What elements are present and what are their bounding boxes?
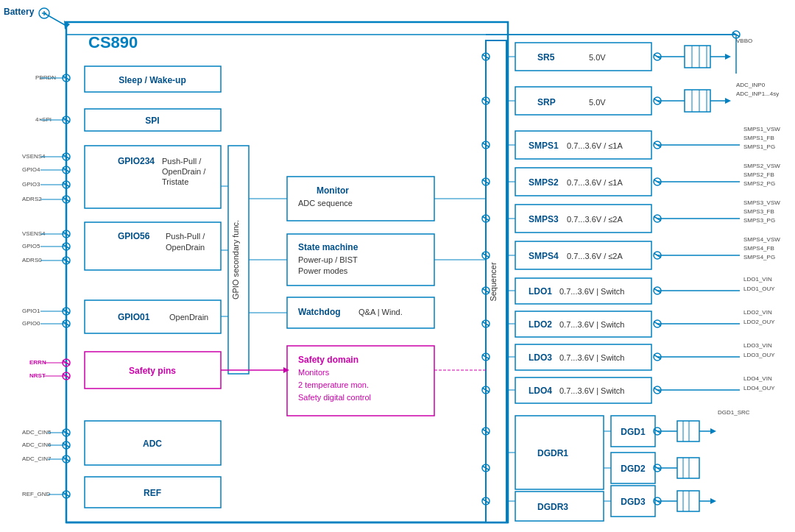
svg-rect-86 [515, 87, 651, 115]
svg-rect-150 [677, 491, 699, 511]
svg-marker-154 [710, 498, 716, 504]
gpio234-func3: Tristate [162, 177, 188, 186]
ldo1-label: LDO1 [529, 286, 552, 297]
srp-out-label: ADC_INP0 [736, 82, 766, 88]
spi-label: SPI [145, 116, 159, 126]
smps2-voltage: 0.7...3.6V / ≤1A [567, 178, 623, 187]
safety-desc3: Safety digital control [298, 393, 371, 402]
gpio56-pin2: GPIO5 [22, 243, 40, 249]
gpio56-func2: OpenDrain [166, 243, 205, 252]
smps3-label: SMPS3 [529, 214, 559, 224]
svg-marker-95 [725, 98, 731, 104]
gpio234-func1: Push-Pull / [162, 157, 202, 166]
monitor-title: Monitor [317, 185, 349, 196]
ldo4-out2: LDO4_OUY [743, 385, 775, 391]
svg-line-1 [44, 13, 66, 26]
smps2-label: SMPS2 [529, 177, 559, 188]
ldo3-label: LDO3 [529, 352, 552, 363]
sr5-out-label: VBBO [736, 38, 752, 44]
gpio234-pin4: ADRS2 [22, 196, 42, 202]
smps1-label: SMPS1 [529, 141, 559, 151]
monitor-desc: ADC sequence [298, 199, 353, 208]
gpio56-func1: Push-Pull / [166, 232, 205, 241]
smps2-out3: SMPS2_PG [743, 180, 775, 187]
watchdog-desc: Q&A | Wind. [358, 308, 403, 316]
ref-pin: REF_GND [22, 491, 50, 497]
gpio01-title: GPIO01 [118, 312, 150, 322]
adc-pin2: ADC_CIN6 [22, 441, 52, 448]
smps4-out3: SMPS4_PG [743, 254, 775, 260]
dgdr1-label: DGDR1 [537, 448, 568, 458]
smps3-voltage: 0.7...3.6V / ≤2A [567, 215, 623, 224]
smps3-out2: SMPS3_FB [743, 208, 774, 215]
ldo3-out1: LDO3_VIN [743, 342, 772, 349]
sr5-voltage: 5.0V [589, 53, 606, 62]
block-diagram: Battery CS890 PBRDN Sleep / Wake-up 4×SP… [0, 0, 795, 532]
ldo1-out2: LDO1_OUY [743, 285, 775, 292]
svg-marker-85 [725, 54, 731, 60]
svg-marker-137 [710, 428, 716, 434]
gpio56-title: GPIO56 [118, 231, 150, 241]
svg-rect-142 [677, 458, 699, 478]
ldo1-out1: LDO1_VIN [743, 276, 772, 283]
safety-domain-title: Safety domain [298, 355, 358, 365]
adc-pin3: ADC_CIN7 [22, 455, 52, 462]
adc-pin1: ADC_CIN5 [22, 429, 52, 436]
ldo2-label: LDO2 [529, 319, 552, 330]
gpio234-pin2: GPIO4 [22, 166, 40, 173]
gpio01-pin1: GPIO1 [22, 308, 40, 314]
smps3-out3: SMPS3_PG [743, 217, 775, 224]
smps4-out2: SMPS4_FB [743, 245, 774, 252]
sr5-label: SR5 [537, 52, 555, 63]
chip-title: CS890 [88, 33, 138, 52]
ldo2-out1: LDO2_VIN [743, 309, 772, 316]
safety-desc1: Monitors [298, 368, 330, 377]
ldo1-voltage: 0.7...3.6V | Switch [559, 287, 624, 296]
adc-label: ADC [143, 439, 162, 449]
sleep-wakeup-label: Sleep / Wake-up [119, 75, 186, 85]
ref-label: REF [144, 488, 161, 498]
dgd1-label: DGD1 [621, 427, 646, 437]
smps1-out3: SMPS1_PG [743, 143, 775, 150]
gpio234-func2: OpenDrain / [162, 167, 206, 176]
gpio234-title: GPIO234 [118, 156, 155, 166]
ldo3-voltage: 0.7...3.6V | Switch [559, 353, 624, 362]
smps1-out1: SMPS1_VSW [743, 126, 780, 132]
gpio-secondary-label: GPIO secondary func. [231, 220, 240, 299]
srp-voltage: 5.0V [589, 98, 606, 107]
smps2-out1: SMPS2_VSW [743, 163, 780, 169]
dgd2-label: DGD2 [621, 464, 646, 474]
svg-rect-133 [677, 421, 699, 441]
gpio01-func: OpenDrain [169, 313, 208, 322]
dgd1-out-label: DGD1_SRC [718, 409, 750, 416]
diagram-container: Battery CS890 PBRDN Sleep / Wake-up 4×SP… [0, 0, 795, 532]
smps1-out2: SMPS1_FB [743, 135, 774, 141]
battery-label: Battery [4, 7, 35, 17]
smps4-out1: SMPS4_VSW [743, 236, 780, 243]
ldo4-voltage: 0.7...3.6V | Switch [559, 386, 624, 395]
smps3-out1: SMPS3_VSW [743, 199, 780, 206]
sequencer-label: Sequencer [489, 262, 498, 302]
svg-rect-28 [85, 146, 221, 208]
statemachine-desc1: Power-up / BIST [298, 255, 358, 264]
statemachine-title: State machine [298, 242, 358, 252]
safety-pins-label: Safety pins [129, 366, 176, 376]
gpio01-pin2: GPIO0 [22, 320, 40, 327]
ldo2-out2: LDO2_OUY [743, 319, 775, 325]
smps4-label: SMPS4 [529, 251, 559, 261]
gpio56-pin3: ADRS0 [22, 257, 42, 263]
srp-out-label2: ADC_INP1...4sy [736, 91, 779, 97]
gpio234-pin3: GPIO3 [22, 181, 40, 188]
safety-desc2: 2 temperature mon. [298, 380, 369, 389]
watchdog-title: Watchdog [298, 307, 341, 317]
smps4-voltage: 0.7...3.6V / ≤2A [567, 252, 623, 260]
errn-label: ERRN [29, 359, 46, 366]
dgdr3-label: DGDR3 [537, 502, 568, 512]
ldo4-out1: LDO4_VIN [743, 375, 772, 382]
ldo4-label: LDO4 [529, 386, 552, 396]
svg-rect-76 [515, 43, 651, 71]
nrstn-label: NRST [29, 372, 46, 379]
smps1-voltage: 0.7...3.6V / ≤1A [567, 141, 623, 150]
srp-label: SRP [537, 97, 556, 107]
ldo3-out2: LDO3_OUY [743, 352, 775, 358]
